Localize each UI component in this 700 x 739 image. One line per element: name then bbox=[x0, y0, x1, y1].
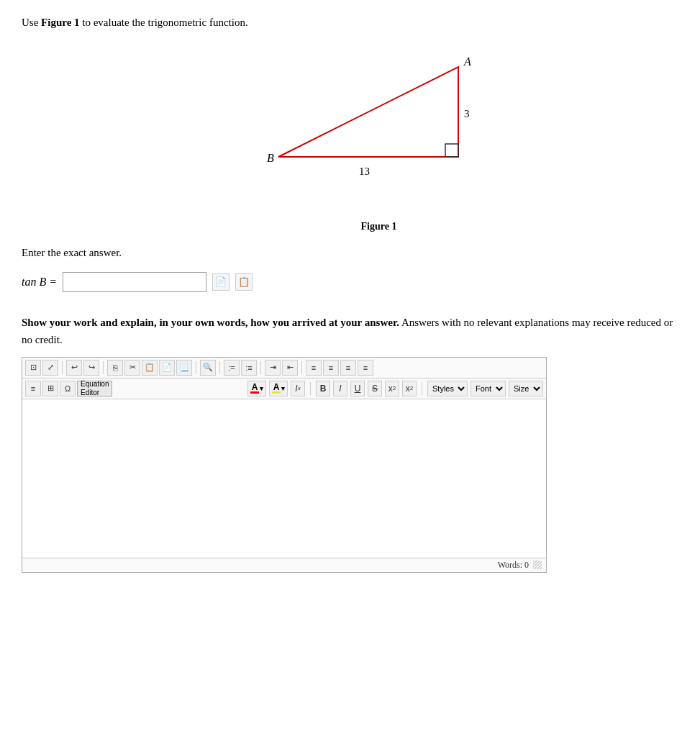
cut-btn[interactable]: ✂ bbox=[124, 360, 140, 376]
sep7 bbox=[310, 382, 311, 395]
format-btn[interactable]: ≡ bbox=[25, 381, 41, 396]
sep5 bbox=[260, 361, 261, 374]
enter-instructions: Enter the exact answer. bbox=[22, 247, 678, 259]
strikethrough-btn[interactable]: S bbox=[368, 381, 382, 396]
rich-text-editor: ⊡ ⤢ ↩ ↪ ⎘ ✂ 📋 📄 📃 🔍 := :≡ ⇥ ⇤ ≡ ≡ ≡ ≡ ≡ … bbox=[22, 357, 547, 573]
align-center-btn[interactable]: ≡ bbox=[323, 360, 339, 376]
editor-content[interactable] bbox=[22, 399, 546, 558]
bold-btn[interactable]: B bbox=[316, 381, 330, 396]
sep8 bbox=[422, 382, 422, 395]
find-btn[interactable]: 🔍 bbox=[200, 360, 216, 376]
sep4 bbox=[219, 361, 220, 374]
format-toolbar: A ▾ A ▾ Ix B I U S x2 x2 bbox=[247, 381, 543, 396]
underline-btn[interactable]: U bbox=[350, 381, 365, 396]
answer-input[interactable] bbox=[63, 272, 206, 292]
undo-btn[interactable]: ↩ bbox=[66, 360, 82, 376]
intro-paragraph: Use Figure 1 to evaluate the trigonometr… bbox=[22, 14, 678, 31]
styles-select[interactable]: Styles bbox=[427, 381, 468, 396]
sep3 bbox=[196, 361, 196, 374]
subscript-btn[interactable]: x2 bbox=[385, 381, 399, 396]
italic-btn[interactable]: I bbox=[333, 381, 347, 396]
answer-label: tan B = bbox=[22, 276, 57, 289]
figure-container: A B 3 13 Figure 1 bbox=[79, 45, 678, 232]
paste-word-btn[interactable]: 📄 bbox=[159, 360, 175, 376]
svg-text:A: A bbox=[463, 55, 471, 68]
sep2 bbox=[103, 361, 104, 374]
align-left-btn[interactable]: ≡ bbox=[306, 360, 322, 376]
copy-btn[interactable]: ⎘ bbox=[107, 360, 123, 376]
indent-btn[interactable]: ⇥ bbox=[265, 360, 281, 376]
outdent-btn[interactable]: ⇤ bbox=[282, 360, 298, 376]
triangle-figure: A B 3 13 bbox=[264, 45, 494, 218]
resize-handle[interactable] bbox=[533, 561, 542, 569]
paste-text-btn[interactable]: 📃 bbox=[176, 360, 192, 376]
svg-marker-0 bbox=[278, 67, 458, 157]
expand-btn[interactable]: ⤢ bbox=[42, 360, 58, 376]
equation-editor-btn[interactable]: EquationEditor bbox=[77, 381, 112, 396]
sep6 bbox=[301, 361, 302, 374]
clear-format-btn[interactable]: Ix bbox=[291, 381, 305, 396]
paste-special-btn[interactable]: ⊡ bbox=[25, 360, 41, 376]
paste-btn[interactable]: 📋 bbox=[142, 360, 158, 376]
table-btn[interactable]: ⊞ bbox=[42, 381, 58, 396]
size-select[interactable]: Size bbox=[509, 381, 543, 396]
word-count: Words: 0 bbox=[498, 560, 529, 571]
svg-text:3: 3 bbox=[464, 108, 470, 119]
redo-btn[interactable]: ↪ bbox=[83, 360, 99, 376]
svg-rect-1 bbox=[445, 144, 458, 157]
highlight-color-btn[interactable]: A ▾ bbox=[269, 381, 288, 396]
omega-btn[interactable]: Ω bbox=[60, 381, 76, 396]
font-select[interactable]: Font bbox=[471, 381, 506, 396]
toolbar-row2: ≡ ⊞ Ω EquationEditor A ▾ A ▾ bbox=[22, 378, 546, 399]
toolbar-row1: ⊡ ⤢ ↩ ↪ ⎘ ✂ 📋 📄 📃 🔍 := :≡ ⇥ ⇤ ≡ ≡ ≡ ≡ bbox=[22, 358, 546, 378]
paste-equation-btn[interactable]: 📄 bbox=[212, 273, 229, 291]
figure-caption: Figure 1 bbox=[361, 221, 397, 232]
superscript-btn[interactable]: x2 bbox=[402, 381, 417, 396]
align-justify-btn[interactable]: ≡ bbox=[358, 360, 373, 376]
show-work-instructions: Show your work and explain, in your own … bbox=[22, 314, 678, 348]
align-right-btn[interactable]: ≡ bbox=[340, 360, 356, 376]
sep1 bbox=[62, 361, 63, 374]
editor-footer: Words: 0 bbox=[22, 558, 546, 572]
ordered-list-btn[interactable]: := bbox=[224, 360, 240, 376]
insert-special-btn[interactable]: 📋 bbox=[235, 273, 253, 291]
svg-text:B: B bbox=[267, 152, 274, 164]
unordered-list-btn[interactable]: :≡ bbox=[241, 360, 257, 376]
font-color-btn[interactable]: A ▾ bbox=[247, 381, 266, 396]
answer-row: tan B = 📄 📋 bbox=[22, 272, 678, 292]
svg-text:13: 13 bbox=[359, 166, 370, 177]
